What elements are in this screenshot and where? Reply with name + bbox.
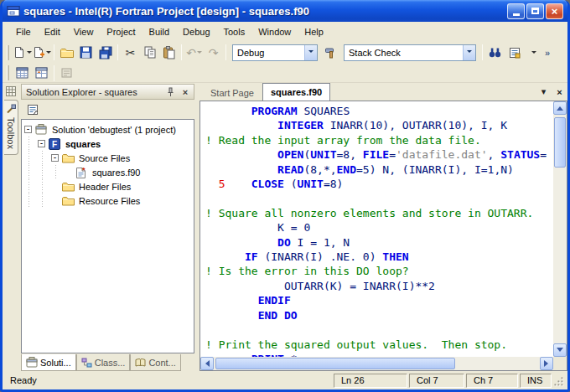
- menu-file[interactable]: File: [9, 24, 38, 39]
- hammer-wrench-icon: [6, 104, 16, 114]
- toolbar-grip[interactable]: [7, 45, 9, 60]
- find-icon: [489, 47, 501, 58]
- scroll-right-icon[interactable]: [540, 357, 553, 370]
- add-item-button[interactable]: [32, 44, 51, 62]
- tree-item-header-files[interactable]: Header Files: [22, 179, 194, 193]
- menu-help[interactable]: Help: [298, 24, 330, 39]
- document-close-button[interactable]: ×: [553, 85, 566, 98]
- code-editor[interactable]: PROGRAM SQUARES INTEGER INARR(10), OUTAR…: [200, 101, 567, 371]
- contents-icon: [135, 358, 146, 368]
- status-line: Ln 26: [334, 374, 407, 388]
- tree-item-squares[interactable]: -Fsquares: [22, 137, 194, 151]
- toolbar-grip[interactable]: [7, 65, 9, 80]
- combo-dropdown-button[interactable]: [463, 45, 475, 60]
- dropdown-icon: [46, 51, 51, 56]
- save-all-button[interactable]: [96, 44, 115, 62]
- tab-squares-f90[interactable]: squares.f90: [262, 83, 330, 101]
- chevron-down-icon: [467, 50, 472, 55]
- open-file-button[interactable]: [57, 44, 76, 62]
- configuration-icon: [324, 46, 338, 59]
- menu-build[interactable]: Build: [142, 24, 176, 39]
- redo-button[interactable]: ↷: [204, 44, 223, 62]
- expander-icon[interactable]: -: [24, 126, 32, 133]
- disabled-tool-button[interactable]: [57, 64, 76, 82]
- code-line: ! Is the error in this DO loop?: [205, 264, 553, 278]
- toolbar-separator: [54, 65, 54, 81]
- toolbar-separator: [54, 44, 54, 60]
- pin-button[interactable]: [163, 85, 177, 98]
- tab-list-button[interactable]: ▾: [537, 85, 550, 98]
- titlebar[interactable]: squares - Intel(R) Fortran Project [desi…: [3, 0, 567, 22]
- paste-button[interactable]: [159, 44, 179, 62]
- panel-close-button[interactable]: ×: [179, 85, 192, 98]
- scroll-up-icon[interactable]: [553, 101, 567, 115]
- vertical-scroll-thumb[interactable]: [554, 117, 566, 168]
- menu-edit[interactable]: Edit: [38, 24, 67, 39]
- menu-tools[interactable]: Tools: [217, 24, 252, 39]
- code-line: END DO: [205, 308, 553, 322]
- horizontal-scrollbar[interactable]: [200, 357, 553, 370]
- panel-tab-class[interactable]: Class...: [76, 354, 131, 371]
- code-line: ! Read the input array from the data fil…: [205, 133, 553, 147]
- undo-button[interactable]: ↶: [184, 44, 204, 62]
- panel-tab-soluti[interactable]: Soluti...: [21, 354, 76, 371]
- combo-dropdown-button[interactable]: [304, 45, 317, 60]
- save-button[interactable]: [76, 44, 96, 62]
- status-character: Ch 7: [466, 374, 518, 388]
- calendar-grid-icon: [35, 67, 48, 79]
- expander-icon[interactable]: -: [38, 140, 45, 147]
- solution-config-value: Debug: [233, 48, 304, 58]
- vertical-scrollbar[interactable]: [553, 101, 567, 357]
- menu-view[interactable]: View: [67, 24, 101, 39]
- find-button[interactable]: [485, 44, 505, 62]
- grid-view-button[interactable]: [13, 64, 32, 82]
- horizontal-scroll-thumb[interactable]: [215, 358, 455, 369]
- code-line: OUTARR(K) = INARR(I)**2: [205, 279, 553, 293]
- tree-item-source-files[interactable]: -Source Files: [22, 151, 194, 165]
- save-all-icon: [99, 46, 112, 59]
- expander-icon[interactable]: -: [51, 154, 59, 162]
- tree-item-solution-debugtest-1-project[interactable]: -Solution 'debugtest' (1 project): [22, 122, 194, 137]
- window-title: squares - Intel(R) Fortran Project [desi…: [23, 5, 504, 18]
- scroll-left-icon[interactable]: [200, 357, 214, 370]
- cut-button[interactable]: ✂: [121, 44, 140, 62]
- properties-window-button[interactable]: [505, 44, 524, 62]
- toolbar-options-button[interactable]: [524, 44, 543, 60]
- toolbar-overflow-button[interactable]: »: [543, 48, 552, 58]
- code-line: [205, 322, 553, 337]
- code-line: DO I = 1, N: [205, 235, 553, 250]
- close-button[interactable]: ×: [546, 3, 563, 19]
- minimize-button[interactable]: [507, 3, 525, 19]
- maximize-button[interactable]: [526, 3, 544, 19]
- schedule-view-button[interactable]: [32, 64, 51, 82]
- new-project-button[interactable]: [13, 44, 32, 62]
- properties-icon: [509, 47, 521, 59]
- code-line: ! Print the squared output values. Then …: [205, 338, 553, 352]
- menu-debug[interactable]: Debug: [176, 24, 216, 39]
- code-line: IF (INARR(I) .NE. 0) THEN: [205, 250, 553, 264]
- properties-button[interactable]: [23, 101, 42, 117]
- open-folder-icon: [60, 47, 74, 59]
- tree-item-label: Solution 'debugtest' (1 project): [50, 125, 178, 135]
- code-line: 5 CLOSE (UNIT=8): [205, 177, 553, 191]
- code-area[interactable]: PROGRAM SQUARES INTEGER INARR(10), OUTAR…: [200, 101, 553, 357]
- stack-check-combo[interactable]: Stack Check: [344, 44, 476, 61]
- save-icon: [80, 46, 92, 59]
- solution-icon: [26, 357, 38, 368]
- configuration-button[interactable]: [321, 44, 340, 62]
- copy-icon: [143, 46, 157, 59]
- panel-tab-cont[interactable]: Cont...: [130, 354, 180, 371]
- menubar: FileEditViewProjectBuildDebugToolsWindow…: [3, 22, 567, 41]
- tab-start-page[interactable]: Start Page: [202, 85, 262, 101]
- tree-item-resource-files[interactable]: Resource Files: [22, 193, 194, 208]
- menu-window[interactable]: Window: [251, 24, 298, 39]
- menu-project[interactable]: Project: [100, 24, 142, 39]
- tree-item-squares-f90[interactable]: *squares.f90: [22, 165, 194, 179]
- solution-config-combo[interactable]: Debug: [232, 44, 318, 61]
- toolbox-tab[interactable]: Toolbox: [4, 100, 18, 155]
- tree-item-label: squares: [64, 139, 102, 149]
- resize-grip[interactable]: [553, 374, 565, 387]
- copy-button[interactable]: [140, 44, 159, 62]
- tree-item-label: squares.f90: [91, 168, 142, 178]
- scroll-down-icon[interactable]: [553, 343, 567, 357]
